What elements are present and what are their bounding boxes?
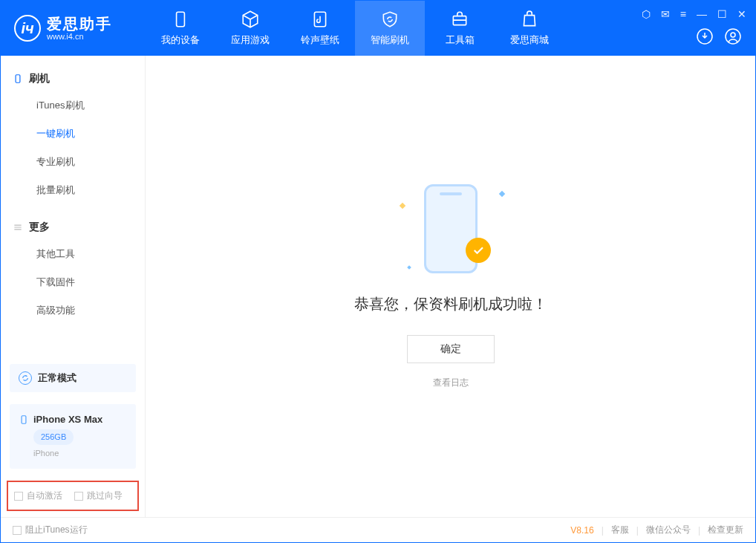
user-icon[interactable] (724, 27, 742, 45)
sparkle-icon (399, 202, 405, 208)
app-window: iч 爱思助手 www.i4.cn 我的设备 应用游戏 铃声壁纸 智能刷机 (0, 0, 756, 543)
feedback-icon[interactable]: ✉ (661, 8, 670, 20)
close-button[interactable]: ✕ (737, 8, 746, 20)
device-name: iPhone XS Max (33, 412, 102, 428)
success-illustration (406, 184, 495, 273)
list-icon (13, 222, 23, 233)
sparkle-icon (498, 190, 504, 196)
svg-point-5 (731, 33, 735, 37)
music-file-icon (310, 10, 330, 29)
checkbox-block-itunes[interactable]: 阻止iTunes运行 (13, 524, 88, 536)
sidebar-section-more: 更多 其他工具 下载固件 高级功能 (1, 204, 145, 325)
bottom-checks-highlighted: 自动激活 跳过向导 (7, 481, 139, 511)
checkmark-badge-icon (466, 238, 491, 263)
sidebar-spacer (1, 325, 145, 358)
main-panel: 恭喜您，保资料刷机成功啦！ 确定 查看日志 (146, 56, 755, 517)
tab-store[interactable]: 爱思商城 (495, 1, 564, 56)
mode-card[interactable]: 正常模式 (10, 364, 136, 392)
tab-apps[interactable]: 应用游戏 (215, 1, 285, 56)
logo-icon: iч (14, 15, 41, 42)
tab-my-device[interactable]: 我的设备 (146, 1, 215, 56)
device-card[interactable]: iPhone XS Max 256GB iPhone (10, 404, 136, 469)
sidebar-item-batch-flash[interactable]: 批量刷机 (1, 176, 145, 204)
tab-ringtones[interactable]: 铃声壁纸 (285, 1, 355, 56)
statusbar-left: 阻止iTunes运行 (13, 524, 88, 536)
mode-icon (19, 371, 32, 385)
sidebar-item-pro-flash[interactable]: 专业刷机 (1, 148, 145, 176)
svg-rect-7 (22, 416, 26, 424)
status-bar: 阻止iTunes运行 V8.16 | 客服 | 微信公众号 | 检查更新 (1, 517, 755, 542)
app-name: 爱思助手 (47, 16, 112, 32)
menu-icon[interactable]: ≡ (680, 8, 686, 20)
svg-point-4 (726, 29, 740, 44)
body: 刷机 iTunes刷机 一键刷机 专业刷机 批量刷机 更多 其他工具 下载固件 … (1, 56, 755, 517)
nav-tabs: 我的设备 应用游戏 铃声壁纸 智能刷机 工具箱 爱思商城 (146, 1, 564, 56)
sidebar-item-download-firmware[interactable]: 下载固件 (1, 268, 145, 296)
version-label: V8.16 (570, 525, 593, 536)
maximize-button[interactable]: ☐ (717, 8, 727, 20)
tab-flash[interactable]: 智能刷机 (355, 1, 425, 56)
mode-label: 正常模式 (38, 371, 76, 385)
refresh-shield-icon (380, 10, 400, 29)
sidebar-section-flash: 刷机 iTunes刷机 一键刷机 专业刷机 批量刷机 (1, 56, 145, 204)
title-bar: iч 爱思助手 www.i4.cn 我的设备 应用游戏 铃声壁纸 智能刷机 (1, 1, 755, 56)
download-icon[interactable] (696, 27, 714, 45)
tab-toolbox[interactable]: 工具箱 (425, 1, 495, 56)
success-message: 恭喜您，保资料刷机成功啦！ (354, 294, 547, 314)
checkbox-box-icon (14, 492, 23, 501)
bag-icon (520, 10, 539, 29)
svg-rect-6 (16, 75, 20, 83)
device-icon (171, 10, 190, 29)
sidebar-item-itunes-flash[interactable]: iTunes刷机 (1, 91, 145, 120)
phone-small-icon (19, 414, 29, 425)
device-storage-badge: 256GB (33, 429, 74, 445)
checkbox-auto-activate[interactable]: 自动激活 (14, 490, 62, 502)
svg-rect-0 (177, 12, 185, 27)
device-name-row: iPhone XS Max (19, 412, 127, 428)
checkbox-box-icon (13, 526, 22, 535)
cube-icon (241, 10, 260, 29)
link-check-update[interactable]: 检查更新 (708, 524, 743, 536)
link-wechat[interactable]: 微信公众号 (646, 524, 691, 536)
sidebar-item-advanced[interactable]: 高级功能 (1, 296, 145, 325)
device-type: iPhone (33, 449, 59, 458)
link-support[interactable]: 客服 (611, 524, 629, 536)
sparkle-icon (407, 265, 411, 270)
sidebar-head-more: 更多 (1, 215, 145, 240)
phone-icon (13, 74, 23, 84)
checkbox-box-icon (74, 492, 83, 501)
ok-button[interactable]: 确定 (407, 335, 495, 363)
app-domain: www.i4.cn (47, 32, 112, 41)
view-log-link[interactable]: 查看日志 (433, 377, 469, 389)
sidebar-head-flash: 刷机 (1, 66, 145, 91)
sidebar-item-oneclick-flash[interactable]: 一键刷机 (1, 120, 145, 148)
minimize-button[interactable]: — (697, 8, 707, 20)
header-right-icons (696, 27, 742, 45)
window-controls: ⬡ ✉ ≡ — ☐ ✕ (642, 8, 746, 20)
statusbar-right: V8.16 | 客服 | 微信公众号 | 检查更新 (570, 524, 743, 536)
logo-text: 爱思助手 www.i4.cn (47, 16, 112, 41)
sidebar: 刷机 iTunes刷机 一键刷机 专业刷机 批量刷机 更多 其他工具 下载固件 … (1, 56, 146, 517)
sidebar-item-other-tools[interactable]: 其他工具 (1, 240, 145, 268)
tshirt-icon[interactable]: ⬡ (642, 8, 651, 20)
checkbox-skip-wizard[interactable]: 跳过向导 (74, 490, 123, 502)
logo-area: iч 爱思助手 www.i4.cn (1, 1, 146, 56)
toolbox-icon (450, 10, 469, 29)
